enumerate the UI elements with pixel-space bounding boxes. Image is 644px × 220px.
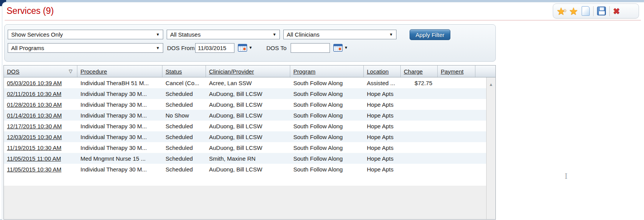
scroll-up-icon[interactable]: ▲ bbox=[489, 82, 493, 87]
column-header-label: Charge bbox=[404, 68, 423, 75]
cell-location: Hope Apts bbox=[364, 121, 401, 131]
table-row[interactable]: 05/03/2016 10:39 AMIndividual TheraBH 51… bbox=[4, 77, 486, 88]
cell-payment bbox=[438, 142, 475, 153]
calendar-icon[interactable] bbox=[333, 44, 343, 52]
cell-location: Hope Apts bbox=[364, 99, 401, 110]
cell-procedure: Individual Therapy 30 M... bbox=[77, 131, 162, 142]
calendar-grid bbox=[334, 46, 342, 51]
calendar-icon[interactable] bbox=[238, 44, 247, 52]
cell-location: Hope Apts bbox=[364, 110, 401, 121]
cell-payment bbox=[438, 88, 475, 99]
toolbar-separator bbox=[609, 6, 610, 16]
save-icon[interactable] bbox=[597, 7, 606, 15]
table-row[interactable]: 11/05/2015 11:00 AMMed Mngmnt Nurse 15 .… bbox=[4, 153, 486, 164]
cell-location: Hope Apts bbox=[364, 164, 401, 175]
calendar-chevron-down-icon[interactable]: ▼ bbox=[249, 45, 253, 50]
cell-payment bbox=[438, 110, 475, 121]
cell-payment bbox=[438, 121, 475, 131]
cell-dos[interactable]: 11/05/2015 10:30 AM bbox=[4, 164, 77, 175]
add-favorite-star-icon[interactable]: ★+ bbox=[557, 6, 565, 16]
column-header-label: Procedure bbox=[80, 68, 107, 75]
chevron-down-icon: ▼ bbox=[273, 32, 276, 37]
column-header-label: DOS bbox=[7, 68, 20, 75]
cell-dos[interactable]: 02/11/2016 10:30 AM bbox=[4, 88, 77, 99]
cell-dos[interactable]: 11/05/2015 11:00 AM bbox=[4, 153, 77, 164]
cell-program: South Follow Along bbox=[290, 142, 364, 153]
cell-procedure: Individual Therapy 30 M... bbox=[77, 164, 162, 175]
table-row[interactable]: 11/19/2015 10:30 AMIndividual Therapy 30… bbox=[4, 142, 486, 153]
column-header-charge[interactable]: Charge bbox=[401, 65, 438, 77]
cell-program: South Follow Along bbox=[290, 164, 364, 175]
close-icon[interactable]: ✖ bbox=[613, 7, 620, 15]
cell-procedure: Individual Therapy 30 M... bbox=[77, 121, 162, 131]
service-type-select[interactable]: Show Services Only ▼ bbox=[8, 30, 163, 39]
column-header-program[interactable]: Program bbox=[290, 65, 364, 77]
cell-location: Hope Apts bbox=[364, 153, 401, 164]
table-row[interactable]: 01/28/2016 10:30 AMIndividual Therapy 30… bbox=[4, 99, 486, 110]
cell-program: South Follow Along bbox=[290, 121, 364, 131]
column-header-status[interactable]: Status bbox=[162, 65, 206, 77]
service-type-value: Show Services Only bbox=[11, 31, 63, 38]
new-page-icon[interactable] bbox=[582, 6, 590, 16]
clinician-select[interactable]: All Clinicians ▼ bbox=[283, 30, 396, 39]
cell-program: South Follow Along bbox=[290, 110, 364, 121]
column-header-label: Program bbox=[293, 68, 316, 75]
column-header-clinician[interactable]: Clinician/Provider bbox=[206, 65, 290, 77]
cell-clinician: AuDuong, Bill LCSW bbox=[206, 88, 290, 99]
table-row[interactable]: 02/11/2016 10:30 AMIndividual Therapy 30… bbox=[4, 88, 486, 99]
cell-status: No Show bbox=[162, 110, 206, 121]
column-header-dos[interactable]: DOS▽ bbox=[4, 65, 77, 77]
apply-filter-button[interactable]: Apply Filter bbox=[410, 29, 450, 40]
cell-status: Scheduled bbox=[162, 88, 206, 99]
cell-dos[interactable]: 12/03/2015 10:30 AM bbox=[4, 131, 77, 142]
plus-badge-icon: + bbox=[564, 6, 567, 16]
vertical-scrollbar[interactable]: ▲ bbox=[486, 77, 495, 219]
cell-charge bbox=[401, 153, 438, 164]
chevron-down-icon: ▼ bbox=[389, 32, 393, 37]
table-row[interactable]: 11/05/2015 10:30 AMIndividual Therapy 30… bbox=[4, 164, 486, 175]
cell-dos[interactable]: 11/19/2015 10:30 AM bbox=[4, 142, 77, 153]
favorite-star-icon[interactable]: ★ bbox=[569, 6, 578, 16]
cell-procedure: Individual Therapy 30 M... bbox=[77, 88, 162, 99]
cell-charge bbox=[401, 142, 438, 153]
cell-status: Scheduled bbox=[162, 164, 206, 175]
cell-location: Hope Apts bbox=[364, 88, 401, 99]
title-underline bbox=[5, 20, 641, 20]
cell-procedure: Med Mngmnt Nurse 15 ... bbox=[77, 153, 162, 164]
column-header-procedure[interactable]: Procedure bbox=[77, 65, 162, 77]
cell-procedure: Individual Therapy 30 M... bbox=[77, 99, 162, 110]
dos-from-input[interactable] bbox=[195, 43, 234, 53]
cell-clinician: AuDuong, Bill LCSW bbox=[206, 164, 290, 175]
calendar-chevron-down-icon[interactable]: ▼ bbox=[344, 45, 348, 50]
cell-program: South Follow Along bbox=[290, 77, 364, 88]
services-window: Services (9) ★+ ★ ✖ Show Services Only ▼… bbox=[2, 2, 644, 220]
dos-to-input[interactable] bbox=[291, 43, 330, 53]
status-select[interactable]: All Statuses ▼ bbox=[167, 30, 280, 39]
cell-payment bbox=[438, 164, 475, 175]
dos-to-label: DOS To bbox=[266, 43, 286, 53]
cell-dos[interactable]: 01/28/2016 10:30 AM bbox=[4, 99, 77, 110]
table-row[interactable]: 12/03/2015 10:30 AMIndividual Therapy 30… bbox=[4, 131, 486, 142]
cell-charge bbox=[401, 88, 438, 99]
table-row[interactable]: 01/14/2016 10:30 AMIndividual Therapy 30… bbox=[4, 110, 486, 121]
cell-clinician: AuDuong, Bill LCSW bbox=[206, 131, 290, 142]
column-header-location[interactable]: Location bbox=[364, 65, 401, 77]
program-select[interactable]: All Programs ▼ bbox=[8, 43, 163, 53]
column-header-label: Clinician/Provider bbox=[209, 68, 254, 75]
cell-charge bbox=[401, 110, 438, 121]
cell-dos[interactable]: 01/14/2016 10:30 AM bbox=[4, 110, 77, 121]
column-header-payment[interactable]: Payment bbox=[438, 65, 475, 77]
cell-dos[interactable]: 12/17/2015 10:30 AM bbox=[4, 121, 77, 131]
cell-status: Scheduled bbox=[162, 121, 206, 131]
cell-program: South Follow Along bbox=[290, 99, 364, 110]
clinician-value: All Clinicians bbox=[287, 31, 319, 38]
cell-status: Cancel (Co... bbox=[162, 77, 206, 88]
column-header-label: Payment bbox=[441, 68, 463, 75]
cell-payment bbox=[438, 99, 475, 110]
cell-clinician: AuDuong, Bill LCSW bbox=[206, 110, 290, 121]
filter-panel: Show Services Only ▼ All Statuses ▼ All … bbox=[4, 24, 496, 62]
cell-dos[interactable]: 05/03/2016 10:39 AM bbox=[4, 77, 77, 88]
cell-charge bbox=[401, 164, 438, 175]
text-cursor: I bbox=[565, 172, 567, 180]
table-row[interactable]: 12/17/2015 10:30 AMIndividual Therapy 30… bbox=[4, 121, 486, 131]
